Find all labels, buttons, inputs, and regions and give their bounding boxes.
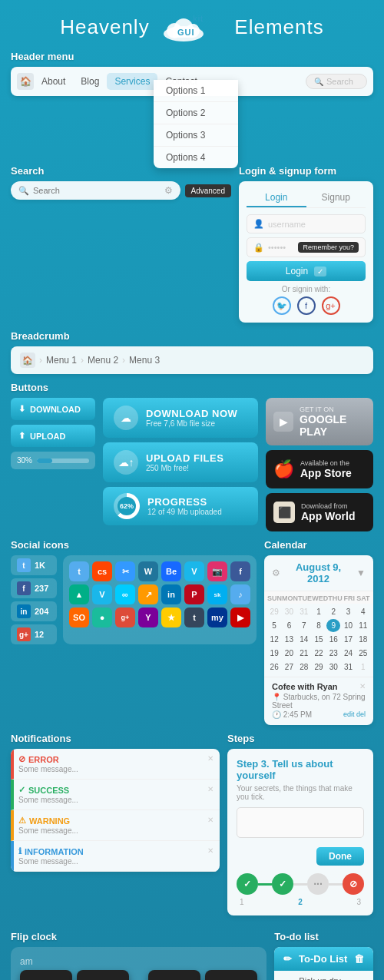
- cal-day[interactable]: 19: [267, 647, 281, 660]
- tab-login[interactable]: Login: [247, 189, 306, 207]
- social-icon-vm[interactable]: V: [92, 584, 112, 604]
- cal-day[interactable]: 20: [282, 647, 296, 660]
- google-icon[interactable]: g+: [17, 627, 31, 641]
- social-icon-twitter[interactable]: t: [69, 561, 89, 581]
- cal-day[interactable]: 16: [326, 633, 340, 646]
- cal-day[interactable]: 17: [341, 633, 355, 646]
- cal-day[interactable]: 7: [297, 619, 311, 632]
- social-icon-del[interactable]: ✂: [115, 561, 135, 581]
- social-icon-wp[interactable]: W: [138, 561, 158, 581]
- social-icon-twn[interactable]: ♪: [230, 584, 250, 604]
- download-button[interactable]: ⬇ DOWNLOAD: [11, 398, 95, 420]
- cal-day[interactable]: 9: [326, 619, 340, 632]
- notif-info-close[interactable]: ✕: [207, 846, 214, 855]
- dropdown-item-1[interactable]: Options 1: [154, 80, 238, 102]
- cal-day[interactable]: 3: [341, 605, 355, 618]
- social-icon-sk[interactable]: sk: [207, 584, 227, 604]
- social-icon-my[interactable]: my: [207, 608, 227, 627]
- breadcrumb-home[interactable]: 🏠: [20, 353, 35, 368]
- cal-day[interactable]: 18: [356, 633, 370, 646]
- cal-day[interactable]: 10: [341, 619, 355, 632]
- social-icon-gp[interactable]: g+: [115, 608, 135, 627]
- cal-day[interactable]: 1: [356, 661, 370, 674]
- cal-day[interactable]: 12: [267, 633, 281, 646]
- cal-del-link[interactable]: del: [356, 710, 366, 718]
- cal-close-icon[interactable]: ✕: [359, 682, 366, 690]
- cal-day[interactable]: 11: [356, 619, 370, 632]
- social-icon-star[interactable]: ★: [161, 608, 181, 627]
- cal-day[interactable]: 4: [356, 605, 370, 618]
- social-icon-inf[interactable]: ∞: [115, 584, 135, 604]
- social-icon-yt[interactable]: ▶: [230, 608, 250, 627]
- cal-day[interactable]: 28: [297, 661, 311, 674]
- nav-search-box[interactable]: 🔍 Search: [306, 74, 367, 89]
- notif-warning-close[interactable]: ✕: [207, 816, 214, 824]
- cal-chevron-icon[interactable]: ▼: [356, 568, 366, 578]
- cal-day[interactable]: 1: [312, 605, 326, 618]
- cal-day[interactable]: 26: [267, 661, 281, 674]
- upload-button[interactable]: ⬆ UPLOAD: [11, 425, 95, 447]
- appstore-button[interactable]: 🍎 Available on the App Store: [266, 450, 373, 488]
- gear-icon[interactable]: ⚙: [164, 185, 173, 196]
- cal-day[interactable]: 30: [282, 605, 296, 618]
- trash-icon[interactable]: 🗑: [354, 953, 364, 965]
- advanced-badge[interactable]: Advanced: [185, 184, 231, 197]
- cal-day[interactable]: 23: [326, 647, 340, 660]
- social-icon-pi[interactable]: P: [184, 584, 204, 604]
- twitter-icon[interactable]: t: [17, 558, 31, 572]
- facebook-login-icon[interactable]: f: [297, 296, 316, 315]
- social-icon-so[interactable]: SO: [69, 608, 89, 627]
- cal-day[interactable]: 14: [297, 633, 311, 646]
- cal-day[interactable]: 8: [312, 619, 326, 632]
- nav-blog[interactable]: Blog: [73, 73, 107, 90]
- cal-day[interactable]: 30: [326, 661, 340, 674]
- social-icon-cs[interactable]: cs: [92, 561, 112, 581]
- social-icon-ya[interactable]: Y: [138, 608, 158, 627]
- username-field[interactable]: 👤 username: [247, 214, 366, 233]
- notif-error-close[interactable]: ✕: [207, 754, 214, 763]
- social-icon-li[interactable]: in: [161, 584, 181, 604]
- cal-day[interactable]: 13: [282, 633, 296, 646]
- cal-day[interactable]: 31: [341, 661, 355, 674]
- cal-day[interactable]: 29: [312, 661, 326, 674]
- cal-day[interactable]: 2: [326, 605, 340, 618]
- facebook-icon[interactable]: f: [17, 581, 31, 595]
- social-icon-ig[interactable]: 📷: [207, 561, 227, 581]
- nav-services[interactable]: Services: [107, 73, 157, 90]
- social-icon-ap[interactable]: ▲: [69, 584, 89, 604]
- nav-about[interactable]: About: [34, 73, 73, 90]
- linkedin-icon[interactable]: in: [17, 604, 31, 618]
- search-input[interactable]: [33, 186, 161, 195]
- cal-day[interactable]: 5: [267, 619, 281, 632]
- social-icon-arrow[interactable]: ↗: [138, 584, 158, 604]
- appworld-button[interactable]: ⬛ Download from App World: [266, 493, 373, 531]
- done-button[interactable]: Done: [316, 847, 364, 866]
- dropdown-item-4[interactable]: Options 4: [154, 147, 238, 168]
- breadcrumb-item-1[interactable]: Menu 1: [46, 355, 77, 366]
- cal-day[interactable]: 6: [282, 619, 296, 632]
- upload-files-button[interactable]: ☁↑ UPLOAD FILES 250 Mb free!: [103, 442, 258, 482]
- search-input-box[interactable]: 🔍 ⚙: [11, 181, 180, 200]
- progress-button[interactable]: 62% PROGRESS 12 of 49 Mb uploaded: [103, 487, 258, 525]
- cal-day[interactable]: 31: [297, 605, 311, 618]
- cal-day[interactable]: 22: [312, 647, 326, 660]
- dropdown-item-3[interactable]: Options 3: [154, 124, 238, 147]
- social-icon-tu[interactable]: t: [184, 608, 204, 627]
- cal-day[interactable]: 29: [267, 605, 281, 618]
- google-play-button[interactable]: ▶ GET IT ON GOOGLE PLAY: [266, 398, 373, 445]
- tab-signup[interactable]: Signup: [306, 189, 366, 207]
- nav-home-button[interactable]: 🏠: [17, 73, 34, 90]
- cal-day[interactable]: 21: [297, 647, 311, 660]
- google-login-icon[interactable]: g+: [322, 296, 340, 315]
- notif-success-close[interactable]: ✕: [207, 785, 214, 793]
- dropdown-item-2[interactable]: Options 2: [154, 102, 238, 124]
- social-icon-fb[interactable]: f: [230, 561, 250, 581]
- social-icon-be[interactable]: Be: [161, 561, 181, 581]
- social-icon-ct[interactable]: ●: [92, 608, 112, 627]
- breadcrumb-item-2[interactable]: Menu 2: [88, 355, 118, 366]
- steps-textarea[interactable]: [237, 807, 364, 838]
- cal-edit-link[interactable]: edit: [343, 710, 355, 718]
- cal-day[interactable]: 27: [282, 661, 296, 674]
- cal-day[interactable]: 15: [312, 633, 326, 646]
- twitter-login-icon[interactable]: 🐦: [273, 296, 291, 315]
